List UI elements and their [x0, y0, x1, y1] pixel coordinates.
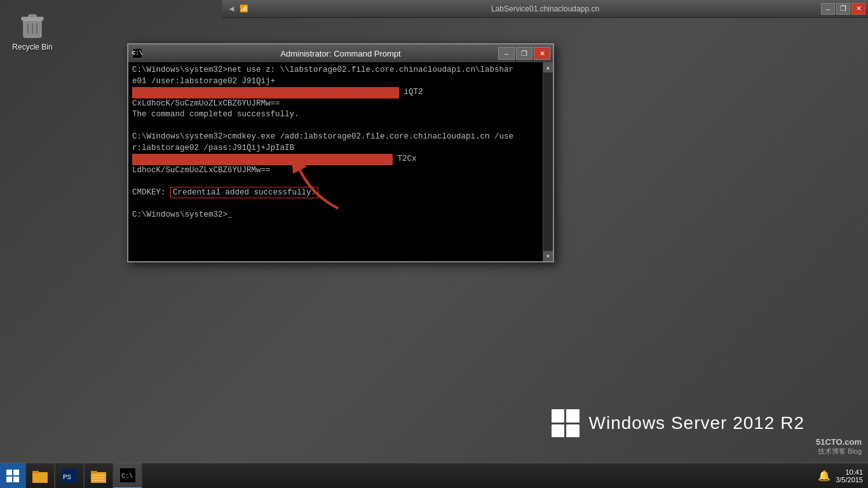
cmd-line-4: The command completed successfully.	[132, 109, 539, 121]
cmd-line-12: C:\Windows\system32>_	[132, 210, 539, 221]
svg-rect-15	[92, 480, 105, 481]
credential-success-highlight: Credential added successfully.	[170, 187, 318, 198]
taskbar-right: 🔔 10:41 3/5/2015	[818, 468, 868, 484]
cmd-line-10: CMDKEY: Credential added successfully.	[132, 187, 539, 199]
cmd-line-5	[132, 121, 539, 132]
file-explorer-icon	[91, 468, 106, 484]
cmd-scrollbar[interactable]: ▲ ▼	[543, 62, 553, 261]
start-button[interactable]	[0, 463, 25, 489]
rd-left-controls: ◄ 📶	[227, 4, 248, 13]
rd-window-controls: – ❐ ✕	[821, 3, 865, 15]
cmd-body: C:\Windows\system32>net use z: \\labstor…	[128, 62, 553, 261]
scrollbar-up-btn[interactable]: ▲	[543, 62, 553, 72]
cmd-restore-btn[interactable]: ❐	[516, 47, 532, 60]
cmd-line-11	[132, 198, 539, 210]
taskbar-item-file-explorer[interactable]	[84, 463, 113, 489]
win-logo-cell-1	[552, 409, 565, 423]
cmd-line-6: C:\Windows\system32>cmdkey.exe /add:labs…	[132, 132, 539, 143]
redact-2: ████████████████████████████████████████	[132, 154, 393, 165]
taskbar-item-powershell[interactable]: PS	[55, 463, 84, 489]
cmd-minimize-btn[interactable]: –	[498, 47, 515, 60]
cmd-window-controls: – ❐ ✕	[498, 47, 550, 60]
taskbar-item-cmd[interactable]: C:\	[113, 463, 142, 489]
scrollbar-down-btn[interactable]: ▼	[543, 251, 553, 261]
clock-time: 10:41	[836, 468, 863, 476]
svg-text:PS: PS	[63, 473, 72, 481]
cmd-title-text: Administrator: Command Prompt	[128, 49, 553, 58]
win-server-logo: Windows Server 2012 R2	[552, 409, 804, 437]
cmd-window: C:\ Administrator: Command Prompt – ❐ ✕ …	[127, 43, 554, 262]
cmd-line-7: r:labstorage02 /pass:J91Qij+JpIaIB██████…	[132, 143, 539, 165]
taskbar-notify-icon[interactable]: 🔔	[818, 470, 831, 482]
watermark: 51CTO.com 技术博客 Blog	[816, 437, 862, 456]
cmd-line-9	[132, 176, 539, 187]
cmd-close-btn[interactable]: ✕	[534, 47, 550, 60]
win-logo-cell-4	[566, 424, 580, 438]
svg-text:C:\: C:\	[121, 473, 133, 480]
cmd-line-3: CxLdhocK/SuCzmUoZLxCBZ6YUJRMw==	[132, 98, 539, 110]
rd-restore-btn[interactable]: ❐	[836, 3, 850, 15]
svg-rect-13	[92, 475, 105, 476]
watermark-site: 51CTO.com	[816, 437, 862, 447]
start-logo	[6, 470, 19, 482]
rd-signal-icon: 📶	[240, 4, 248, 13]
svg-rect-2	[29, 15, 36, 18]
recycle-bin-icon[interactable]: Recycle Bin	[8, 6, 57, 55]
win-logo-cell-3	[552, 424, 565, 438]
win-logo-cell-2	[566, 409, 580, 423]
scrollbar-track	[543, 72, 553, 251]
recycle-bin-label: Recycle Bin	[11, 43, 54, 51]
svg-rect-8	[32, 471, 39, 473]
taskbar: PS	[0, 463, 868, 488]
cmd-line-8: LdhocK/SuCzmUoZLxCBZ6YUJRMw==	[132, 165, 539, 177]
rd-close-btn[interactable]: ✕	[851, 3, 865, 15]
cmd-titlebar: C:\ Administrator: Command Prompt – ❐ ✕	[128, 44, 553, 62]
redact-1: ████████████████████████████████████████	[132, 87, 399, 98]
taskbar-item-file-manager[interactable]	[25, 463, 55, 489]
rd-back-arrow[interactable]: ◄	[227, 4, 236, 13]
cmd-line-2: e01 /user:labstorage02 J91Qij+██████████…	[132, 76, 539, 98]
cmd-taskbar-icon: C:\	[120, 468, 135, 483]
svg-rect-14	[92, 477, 105, 478]
rd-titlebar: ◄ 📶 LabService01.chinacloudapp.cn – ❐ ✕	[222, 0, 868, 18]
desktop: Recycle Bin ◄ 📶 LabService01.chinaclouda…	[0, 0, 868, 488]
file-manager-icon	[32, 468, 48, 484]
svg-rect-12	[91, 471, 97, 473]
cmd-line-1: C:\Windows\system32>net use z: \\labstor…	[132, 65, 539, 76]
clock-date: 3/5/2015	[836, 476, 863, 484]
win-logo-grid	[552, 409, 580, 437]
win-server-text: Windows Server 2012 R2	[589, 413, 804, 433]
taskbar-items: PS	[25, 463, 142, 488]
powershell-icon: PS	[62, 468, 77, 484]
rd-minimize-btn[interactable]: –	[821, 3, 835, 15]
taskbar-clock[interactable]: 10:41 3/5/2015	[836, 468, 863, 484]
cmd-window-icon: C:\	[132, 48, 142, 58]
cmd-output[interactable]: C:\Windows\system32>net use z: \\labstor…	[128, 62, 543, 261]
rd-title: LabService01.chinacloudapp.cn	[491, 4, 599, 13]
svg-rect-7	[32, 472, 48, 483]
watermark-blog: 技术博客 Blog	[816, 447, 862, 456]
recycle-bin-graphic	[17, 10, 48, 40]
